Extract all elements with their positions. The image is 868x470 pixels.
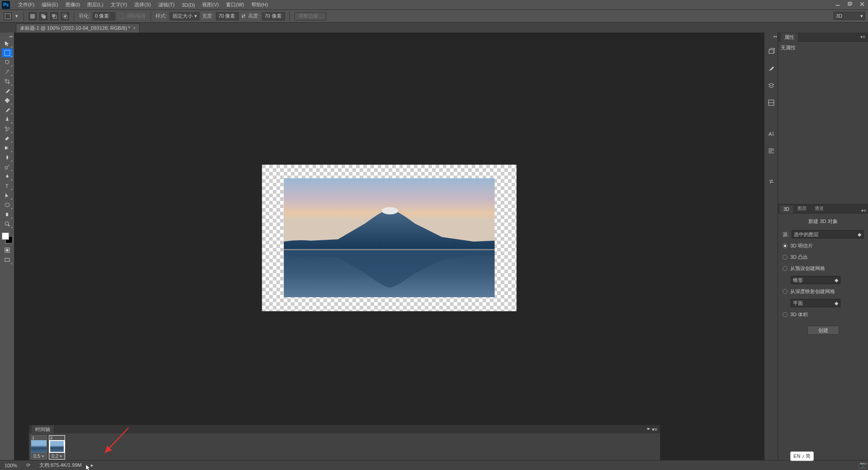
ime-indicator[interactable]: EN ♪ 简 [790, 451, 814, 461]
canvas-area[interactable]: 时间轴 ◂▸ ▾≡ 1 0.5▼ 2 0.2▼ [14, 33, 764, 470]
path-select-tool[interactable] [2, 191, 13, 200]
properties-panel: 属性 ▾≡ 无属性 [778, 33, 868, 204]
clone-stamp-tool[interactable] [2, 115, 13, 124]
source-select[interactable]: 选中的图层◆ [792, 230, 863, 238]
3d-panel: 3D 图层 通道 ▾≡ 新建 3D 对象 源: 选中的图层◆ 3D 明信片 3D… [778, 204, 868, 470]
menu-layer[interactable]: 图层(L) [84, 0, 107, 10]
svg-point-22 [5, 203, 9, 207]
screenmode-toggle[interactable] [2, 256, 13, 265]
options-bar: ▾ 羽化: 0 像素 消除锯齿 样式: 固定大小▾ 宽度: 70 像素 ⇄ 高度… [0, 10, 868, 23]
height-input[interactable]: 70 像素 [262, 12, 285, 20]
lasso-tool[interactable] [2, 58, 13, 67]
character-panel-icon[interactable]: A [767, 129, 776, 138]
swap-panel-icon[interactable] [767, 177, 776, 186]
radio-3d-volume[interactable]: 3D 体积 [783, 311, 863, 318]
menu-image[interactable]: 图像(I) [62, 0, 84, 10]
zoom-level[interactable]: 100% [5, 463, 17, 468]
3d-panel-icon[interactable] [767, 47, 776, 56]
style-select[interactable]: 固定大小▾ [170, 12, 199, 20]
collapse-icon[interactable]: ▸▸ [9, 34, 13, 38]
pen-tool[interactable] [2, 172, 13, 181]
blur-tool[interactable] [2, 153, 13, 162]
panel-menu-icon[interactable]: ▾≡ [861, 208, 866, 213]
panel-menu-icon[interactable]: ▾≡ [860, 34, 865, 39]
crop-tool[interactable] [2, 77, 13, 86]
menu-filter[interactable]: 滤镜(T) [155, 0, 178, 10]
tool-preset-dropdown[interactable]: ▾ [14, 13, 19, 19]
radio-3d-extrude[interactable]: 3D 凸出 [783, 253, 863, 261]
frame-delay[interactable]: 0.2▼ [49, 453, 65, 459]
radio-3d-depth[interactable]: 从深度映射创建网格 [783, 288, 863, 295]
menu-view[interactable]: 视图(V) [198, 0, 222, 10]
eraser-tool[interactable] [2, 134, 13, 143]
right-panels: 属性 ▾≡ 无属性 3D 图层 通道 ▾≡ 新建 3D 对象 源: 选中的图层◆… [778, 33, 868, 470]
preset-select[interactable]: 锥形◆ [791, 276, 840, 284]
swap-wh-icon[interactable]: ⇄ [241, 13, 245, 19]
shape-tool[interactable] [2, 200, 13, 209]
tab-channels[interactable]: 通道 [811, 204, 827, 213]
healing-brush-tool[interactable] [2, 96, 13, 105]
marquee-tool[interactable] [2, 48, 13, 57]
svg-text:T: T [5, 183, 9, 189]
gradient-tool[interactable] [2, 143, 13, 152]
foreground-color-swatch[interactable] [2, 233, 9, 240]
selection-add-icon[interactable] [39, 12, 47, 20]
canvas[interactable] [262, 165, 517, 311]
svg-rect-18 [5, 147, 9, 149]
dodge-tool[interactable] [2, 162, 13, 171]
brush-panel-icon[interactable] [767, 64, 776, 73]
minimize-button[interactable] [832, 0, 844, 8]
tab-3d[interactable]: 3D [780, 205, 793, 213]
quickmask-toggle[interactable] [2, 246, 13, 255]
refresh-icon[interactable]: ⟳ [26, 462, 30, 468]
properties-tab[interactable]: 属性 [781, 33, 798, 42]
menu-help[interactable]: 帮助(H) [248, 0, 272, 10]
feather-input[interactable]: 0 像素 [93, 12, 115, 20]
workspace-select[interactable]: 3D▾ [834, 12, 865, 20]
svg-point-19 [5, 166, 8, 169]
adjustments-panel-icon[interactable] [767, 98, 776, 107]
tab-layers[interactable]: 图层 [794, 204, 810, 213]
timeline-frame-2[interactable]: 2 0.2▼ [49, 435, 65, 460]
height-label: 高度: [248, 13, 259, 19]
zoom-tool[interactable] [2, 219, 13, 228]
selection-subtract-icon[interactable] [50, 12, 58, 20]
expand-icon[interactable]: ◂◂ [773, 34, 777, 38]
history-brush-tool[interactable] [2, 124, 13, 133]
toolbox: ▸▸ T [0, 33, 14, 470]
type-tool[interactable]: T [2, 181, 13, 190]
move-tool[interactable] [2, 39, 13, 48]
brush-tool[interactable] [2, 105, 13, 114]
maximize-button[interactable] [844, 0, 856, 8]
selection-new-icon[interactable] [28, 12, 37, 20]
menu-file[interactable]: 文件(F) [14, 0, 38, 10]
timeline-tab[interactable]: 时间轴 [32, 425, 54, 434]
create-button[interactable]: 创建 [807, 326, 839, 335]
menu-edit[interactable]: 编辑(E) [38, 0, 62, 10]
color-swatches[interactable] [2, 233, 13, 243]
radio-3d-postcard[interactable]: 3D 明信片 [783, 242, 863, 250]
doc-size[interactable]: 文档:875.4K/1.99M [39, 462, 82, 469]
timeline-collapse-icon[interactable]: ◂▸ [646, 427, 650, 432]
document-tab[interactable]: 未标题-1 @ 100% (2022-10-04_093128, RGB/8) … [16, 24, 140, 33]
selection-intersect-icon[interactable] [61, 12, 69, 20]
layers-panel-icon[interactable] [767, 81, 776, 90]
hand-tool[interactable] [2, 210, 13, 219]
timeline-frame-1[interactable]: 1 0.5▼ [31, 435, 47, 460]
magic-wand-tool[interactable] [2, 67, 13, 76]
right-panel-iconbar: ◂◂ A [764, 33, 778, 470]
timeline-menu-icon[interactable]: ▾≡ [652, 427, 657, 432]
menu-type[interactable]: 文字(Y) [107, 0, 131, 10]
marquee-tool-icon[interactable] [4, 12, 12, 20]
close-tab-icon[interactable]: × [133, 26, 136, 31]
menu-select[interactable]: 选择(S) [131, 0, 155, 10]
frame-delay[interactable]: 0.5▼ [31, 453, 47, 459]
width-input[interactable]: 70 像素 [216, 12, 239, 20]
eyedropper-tool[interactable] [2, 86, 13, 95]
paragraph-panel-icon[interactable] [767, 146, 776, 155]
menu-window[interactable]: 窗口(W) [222, 0, 248, 10]
radio-3d-preset[interactable]: 从预设创建网格 [783, 265, 863, 272]
close-button[interactable] [856, 0, 868, 8]
depth-select[interactable]: 平面◆ [791, 299, 840, 307]
menu-3d[interactable]: 3D(D) [178, 0, 198, 10]
